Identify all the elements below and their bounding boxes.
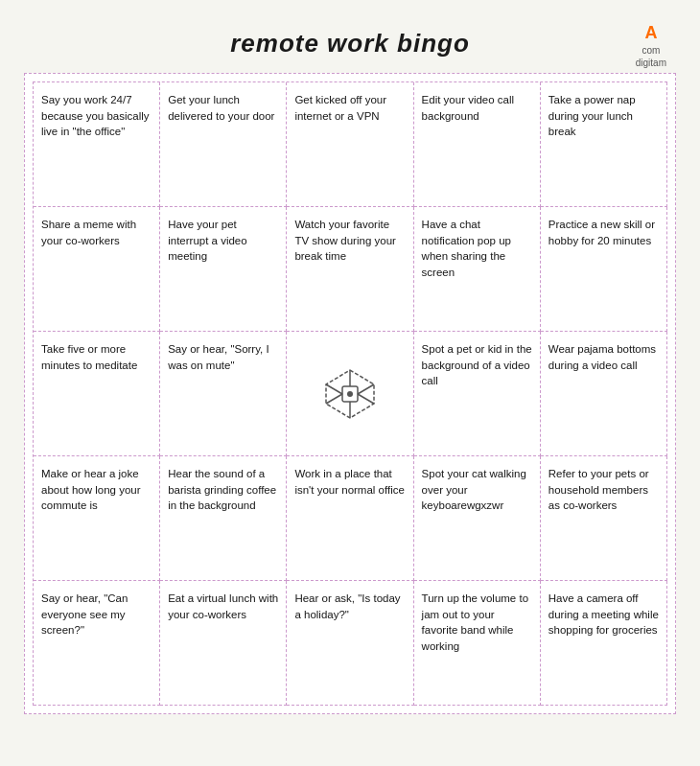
cell-text-17: Work in a place that isn't your normal o…	[294, 466, 405, 498]
bingo-cell-3: Edit your video call background	[414, 82, 541, 207]
bingo-cell-13: Spot a pet or kid in the background of a…	[414, 332, 541, 456]
bingo-cell-4: Take a power nap during your lunch break	[541, 82, 667, 207]
bingo-cell-11: Say or hear, "Sorry, I was on mute"	[160, 332, 287, 456]
cell-text-24: Have a camera off during a meeting while…	[548, 591, 659, 638]
bingo-cell-7: Watch your favorite TV show during your …	[287, 207, 413, 332]
cell-text-15: Make or hear a joke about how long your …	[41, 466, 152, 514]
svg-point-8	[347, 391, 353, 397]
cell-text-14: Wear pajama bottoms during a video call	[548, 341, 659, 373]
bingo-cell-12	[287, 332, 413, 456]
logo-icon: A	[636, 22, 666, 44]
logo-text-line2: digitam	[636, 58, 666, 70]
cell-text-8: Have a chat notification pop up when sha…	[422, 217, 532, 281]
cell-text-5: Share a meme with your co-workers	[41, 217, 152, 248]
svg-line-5	[358, 394, 374, 404]
bingo-cell-19: Refer to your pets or household members …	[541, 456, 667, 581]
cell-text-4: Take a power nap during your lunch break	[548, 92, 659, 140]
cell-text-1: Get your lunch delivered to your door	[168, 92, 278, 124]
bingo-board: Say you work 24/7 because you basically …	[24, 73, 676, 714]
cell-text-7: Watch your favorite TV show during your …	[294, 217, 405, 265]
cell-text-9: Practice a new skill or hobby for 20 min…	[548, 217, 659, 248]
cell-text-20: Say or hear, "Can everyone see my screen…	[41, 591, 152, 638]
bingo-cell-20: Say or hear, "Can everyone see my screen…	[34, 581, 160, 706]
cell-text-23: Turn up the volume to jam out to your fa…	[422, 591, 532, 655]
bingo-grid: Say you work 24/7 because you basically …	[33, 81, 667, 706]
logo: A com digitam	[636, 22, 666, 69]
cell-text-11: Say or hear, "Sorry, I was on mute"	[168, 341, 278, 373]
cell-text-3: Edit your video call background	[422, 92, 532, 124]
bingo-cell-5: Share a meme with your co-workers	[34, 207, 160, 332]
bingo-cell-10: Take five or more minutes to meditate	[34, 332, 160, 456]
cell-text-13: Spot a pet or kid in the background of a…	[422, 341, 532, 389]
cell-text-6: Have your pet interrupt a video meeting	[168, 217, 278, 265]
cell-text-16: Hear the sound of a barista grinding cof…	[168, 466, 278, 514]
cell-text-18: Spot your cat walking over your keyboare…	[422, 466, 532, 514]
page: remote work bingo A com digitam Say you …	[10, 10, 690, 766]
bingo-cell-16: Hear the sound of a barista grinding cof…	[160, 456, 287, 581]
bingo-cell-8: Have a chat notification pop up when sha…	[414, 207, 541, 332]
header: remote work bingo A com digitam	[24, 19, 676, 73]
cell-text-21: Eat a virtual lunch with your co-workers	[168, 591, 278, 622]
cell-text-19: Refer to your pets or household members …	[548, 466, 659, 514]
bingo-cell-1: Get your lunch delivered to your door	[160, 82, 287, 207]
bingo-cell-6: Have your pet interrupt a video meeting	[160, 207, 287, 332]
bingo-cell-18: Spot your cat walking over your keyboare…	[414, 456, 541, 581]
bingo-cell-22: Hear or ask, "Is today a holiday?"	[287, 581, 413, 706]
bingo-cell-15: Make or hear a joke about how long your …	[34, 456, 160, 581]
bingo-cell-23: Turn up the volume to jam out to your fa…	[414, 581, 541, 706]
bingo-cell-9: Practice a new skill or hobby for 20 min…	[541, 207, 667, 332]
svg-line-3	[358, 384, 374, 394]
cell-text-0: Say you work 24/7 because you basically …	[41, 92, 152, 140]
svg-line-4	[326, 394, 342, 404]
page-title: remote work bingo	[230, 29, 470, 58]
bingo-cell-2: Get kicked off your internet or a VPN	[287, 82, 413, 207]
cell-text-2: Get kicked off your internet or a VPN	[294, 92, 405, 124]
free-space-icon	[321, 365, 379, 423]
cell-text-10: Take five or more minutes to meditate	[41, 341, 152, 373]
bingo-cell-0: Say you work 24/7 because you basically …	[34, 82, 160, 207]
bingo-cell-21: Eat a virtual lunch with your co-workers	[160, 581, 287, 706]
bingo-cell-14: Wear pajama bottoms during a video call	[541, 332, 667, 456]
cell-text-22: Hear or ask, "Is today a holiday?"	[294, 591, 405, 622]
bingo-cell-17: Work in a place that isn't your normal o…	[287, 456, 413, 581]
logo-text-line1: com	[636, 45, 666, 58]
bingo-cell-24: Have a camera off during a meeting while…	[541, 581, 667, 706]
svg-line-2	[326, 384, 342, 394]
